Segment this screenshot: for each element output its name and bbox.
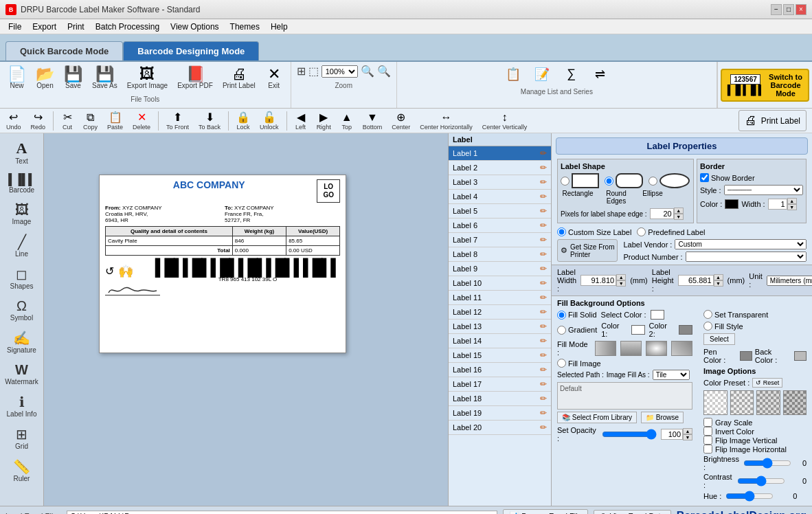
close-btn[interactable]: × xyxy=(796,4,807,15)
pen-color-swatch[interactable] xyxy=(740,351,752,361)
select-library-btn[interactable]: 📚 Select From Library xyxy=(557,412,637,423)
new-btn[interactable]: 📄 New xyxy=(4,65,30,91)
edit-icon-6[interactable]: ✏ xyxy=(540,221,547,230)
fit-icon[interactable]: ⊞ xyxy=(297,65,306,78)
flip-v-check[interactable] xyxy=(703,436,712,445)
manage-list-btn4[interactable]: ⇌ xyxy=(587,65,612,84)
redo-btn[interactable]: ↪ Redo xyxy=(27,109,49,132)
pixels-up[interactable]: ▲ xyxy=(674,208,684,214)
print-label-right-btn[interactable]: 🖨 Print Label xyxy=(738,110,807,131)
label-item-1[interactable]: Label 1 ✏ xyxy=(449,146,551,161)
get-size-btn[interactable]: ⚙ Get Size FromPrinter xyxy=(557,239,618,262)
brightness-slider[interactable] xyxy=(743,458,791,469)
label-item-9[interactable]: Label 9 ✏ xyxy=(449,262,551,276)
border-width-input[interactable] xyxy=(768,199,787,210)
align-bottom-btn[interactable]: ▼ Bottom xyxy=(359,110,386,132)
zoom-out-icon[interactable]: 🔍 xyxy=(361,65,374,78)
tool-barcode[interactable]: ▌▐▌▌ Barcode xyxy=(3,170,41,197)
shape-rect-radio[interactable] xyxy=(561,177,569,186)
width-input[interactable] xyxy=(580,275,616,286)
delete-btn[interactable]: ✕ Delete xyxy=(129,109,154,132)
label-item-12[interactable]: Label 12 ✏ xyxy=(449,305,551,320)
manage-list-btn2[interactable]: 📝 xyxy=(530,65,554,84)
edit-icon-4[interactable]: ✏ xyxy=(540,192,547,201)
border-style-select[interactable]: ───── - - - · · · xyxy=(724,185,803,195)
color1-swatch[interactable] xyxy=(631,325,645,335)
menu-themes[interactable]: Themes xyxy=(225,21,265,33)
browse-excel-btn[interactable]: 📊 Browse Excel File xyxy=(503,509,587,514)
edit-icon-9[interactable]: ✏ xyxy=(540,264,547,273)
edit-icon-17[interactable]: ✏ xyxy=(540,379,547,389)
height-input[interactable] xyxy=(678,275,714,286)
menu-file[interactable]: File xyxy=(3,21,27,33)
flip-h-check[interactable] xyxy=(703,445,712,454)
label-item-5[interactable]: Label 5 ✏ xyxy=(449,204,551,219)
saveas-btn[interactable]: 💾 Save As xyxy=(89,65,121,91)
predefined-opt[interactable]: Predefined Label xyxy=(637,227,705,236)
label-item-10[interactable]: Label 10 ✏ xyxy=(449,276,551,291)
center-v-btn[interactable]: ↕ Center Vertically xyxy=(479,110,531,132)
edit-icon-2[interactable]: ✏ xyxy=(540,163,547,172)
label-item-17[interactable]: Label 17 ✏ xyxy=(449,377,551,392)
tab-barcode-designing[interactable]: Barcode Designing Mode xyxy=(123,41,259,60)
custom-size-radio[interactable] xyxy=(557,227,566,236)
file-path-input[interactable] xyxy=(67,511,497,515)
fill-mode-btn-1[interactable] xyxy=(595,341,616,356)
label-item-2[interactable]: Label 2 ✏ xyxy=(449,161,551,175)
undo-btn[interactable]: ↩ Undo xyxy=(3,109,25,132)
edit-icon-20[interactable]: ✏ xyxy=(540,423,547,432)
height-up-btn[interactable]: ▲ xyxy=(714,274,723,280)
product-select[interactable] xyxy=(686,252,807,262)
align-right-btn[interactable]: ▶ Right xyxy=(313,109,335,132)
fill-image-radio[interactable] xyxy=(557,359,566,368)
back-color-swatch[interactable] xyxy=(794,351,807,361)
center-btn[interactable]: ⊕ Center xyxy=(388,109,414,132)
label-item-3[interactable]: Label 3 ✏ xyxy=(449,175,551,190)
edit-icon-18[interactable]: ✏ xyxy=(540,394,547,403)
tool-ruler[interactable]: 📏 Ruler xyxy=(3,455,41,486)
tool-image[interactable]: 🖼 Image xyxy=(3,199,41,229)
width-down-btn[interactable]: ▼ xyxy=(616,280,626,287)
copy-btn[interactable]: ⧉ Copy xyxy=(80,110,101,132)
fill-color-swatch[interactable] xyxy=(651,310,664,320)
reset-btn[interactable]: ↺ Reset xyxy=(752,378,782,388)
opacity-up[interactable]: ▲ xyxy=(683,428,692,434)
fill-style-radio[interactable] xyxy=(703,322,712,331)
save-btn[interactable]: 💾 Save xyxy=(60,65,86,91)
set-transparent-opt[interactable]: Set Transparent xyxy=(703,310,807,319)
contrast-slider[interactable] xyxy=(737,476,785,487)
label-item-14[interactable]: Label 14 ✏ xyxy=(449,334,551,348)
vendor-select[interactable]: Custom xyxy=(675,239,807,249)
manage-list-btn1[interactable]: 📋 xyxy=(501,65,526,84)
fill-mode-btn-4[interactable] xyxy=(671,341,692,356)
paste-btn[interactable]: 📋 Paste xyxy=(104,109,126,132)
zoom-area-icon[interactable]: ⬚ xyxy=(308,65,319,78)
maximize-btn[interactable]: □ xyxy=(783,4,794,15)
gradient-opt[interactable]: Gradient xyxy=(557,326,597,335)
tool-symbol[interactable]: Ω Symbol xyxy=(3,295,41,325)
label-item-19[interactable]: Label 19 ✏ xyxy=(449,406,551,421)
predefined-radio[interactable] xyxy=(637,227,646,236)
transparent-radio[interactable] xyxy=(703,310,712,319)
custom-size-opt[interactable]: Custom Size Label xyxy=(557,227,631,236)
zoom-in-icon[interactable]: 🔍 xyxy=(377,65,391,78)
label-item-8[interactable]: Label 8 ✏ xyxy=(449,247,551,262)
grayscale-check[interactable] xyxy=(703,418,712,427)
label-item-6[interactable]: Label 6 ✏ xyxy=(449,219,551,233)
tool-line[interactable]: ╱ Line xyxy=(3,230,41,261)
tool-shapes[interactable]: ◻ Shapes xyxy=(3,262,41,293)
unit-select[interactable]: Milimeters (mm) Inches xyxy=(767,276,812,286)
export-image-btn[interactable]: 🖼 Export Image xyxy=(124,65,171,91)
align-top-btn[interactable]: ▲ Top xyxy=(337,110,357,132)
show-border-check[interactable] xyxy=(700,173,709,182)
select-btn[interactable]: Select xyxy=(703,333,735,345)
label-item-13[interactable]: Label 13 ✏ xyxy=(449,320,551,334)
menu-help[interactable]: Help xyxy=(265,21,293,33)
hue-slider[interactable] xyxy=(725,491,774,502)
open-btn[interactable]: 📂 Open xyxy=(32,65,58,91)
image-fill-select[interactable]: Tile Stretch xyxy=(653,370,690,380)
shape-ellipse-radio[interactable] xyxy=(649,177,657,186)
menu-print[interactable]: Print xyxy=(62,21,90,33)
menu-viewoptions[interactable]: View Options xyxy=(165,21,224,33)
label-item-7[interactable]: Label 7 ✏ xyxy=(449,233,551,247)
